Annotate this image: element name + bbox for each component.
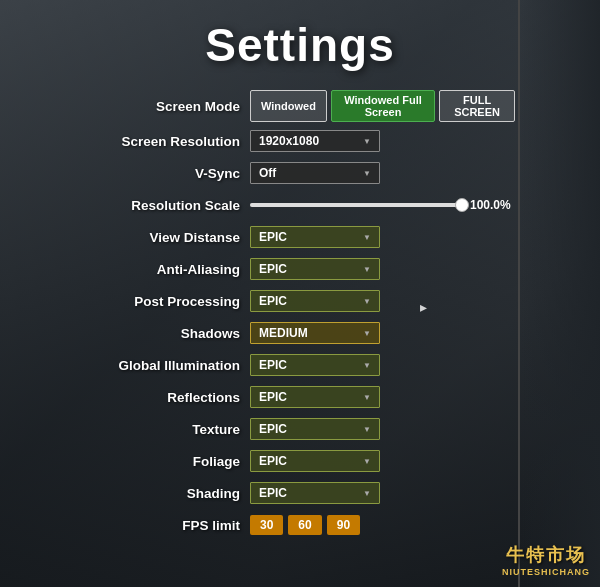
watermark-english: NIUTESHICHANG: [502, 567, 590, 577]
reflections-value: EPIC: [259, 390, 287, 404]
shading-value: EPIC: [259, 486, 287, 500]
resolution-arrow: ▼: [363, 137, 371, 146]
reflections-dropdown[interactable]: EPIC ▼: [250, 386, 380, 408]
shadows-label: Shadows: [85, 326, 240, 341]
view-distance-dropdown[interactable]: EPIC ▼: [250, 226, 380, 248]
view-distance-value: EPIC: [259, 230, 287, 244]
vsync-value: Off: [259, 166, 276, 180]
screen-resolution-row: Screen Resolution 1920x1080 ▼: [85, 128, 515, 154]
foliage-row: Foliage EPIC ▼: [85, 448, 515, 474]
screen-mode-label: Screen Mode: [85, 99, 240, 114]
resolution-dropdown[interactable]: 1920x1080 ▼: [250, 130, 380, 152]
anti-aliasing-dropdown[interactable]: EPIC ▼: [250, 258, 380, 280]
screen-resolution-label: Screen Resolution: [85, 134, 240, 149]
resolution-scale-row: Resolution Scale 100.0%: [85, 192, 515, 218]
resolution-scale-label: Resolution Scale: [85, 198, 240, 213]
windowed-fullscreen-button[interactable]: Windowed Full Screen: [331, 90, 435, 122]
screen-mode-control: Windowed Windowed Full Screen FULL SCREE…: [250, 90, 515, 122]
watermark: 牛特市场 NIUTESHICHANG: [502, 543, 590, 577]
shadows-dropdown[interactable]: MEDIUM ▼: [250, 322, 380, 344]
fps-limit-control: 30 60 90: [250, 515, 515, 535]
anti-aliasing-row: Anti-Aliasing EPIC ▼: [85, 256, 515, 282]
view-distance-row: View Distanse EPIC ▼: [85, 224, 515, 250]
global-illumination-label: Global Illumination: [85, 358, 240, 373]
shading-label: Shading: [85, 486, 240, 501]
vsync-arrow: ▼: [363, 169, 371, 178]
fullscreen-button[interactable]: FULL SCREEN: [439, 90, 515, 122]
slider-fill: [250, 203, 462, 207]
vsync-dropdown[interactable]: Off ▼: [250, 162, 380, 184]
watermark-chinese: 牛特市场: [502, 543, 590, 567]
fps-limit-row: FPS limit 30 60 90: [85, 512, 515, 538]
fps-limit-label: FPS limit: [85, 518, 240, 533]
vsync-label: V-Sync: [85, 166, 240, 181]
mode-buttons: Windowed Windowed Full Screen FULL SCREE…: [250, 90, 515, 122]
foliage-dropdown[interactable]: EPIC ▼: [250, 450, 380, 472]
reflections-row: Reflections EPIC ▼: [85, 384, 515, 410]
view-distance-label: View Distanse: [85, 230, 240, 245]
fps-60-button[interactable]: 60: [288, 515, 321, 535]
slider-track[interactable]: [250, 203, 462, 207]
anti-aliasing-label: Anti-Aliasing: [85, 262, 240, 277]
shadows-row: Shadows MEDIUM ▼: [85, 320, 515, 346]
slider-value: 100.0%: [470, 198, 515, 212]
resolution-scale-control: 100.0%: [250, 198, 515, 212]
windowed-button[interactable]: Windowed: [250, 90, 327, 122]
shading-row: Shading EPIC ▼: [85, 480, 515, 506]
texture-dropdown[interactable]: EPIC ▼: [250, 418, 380, 440]
settings-grid: Screen Mode Windowed Windowed Full Scree…: [85, 90, 515, 538]
post-processing-dropdown[interactable]: EPIC ▼: [250, 290, 380, 312]
foliage-value: EPIC: [259, 454, 287, 468]
anti-aliasing-value: EPIC: [259, 262, 287, 276]
global-illumination-dropdown[interactable]: EPIC ▼: [250, 354, 380, 376]
vsync-control: Off ▼: [250, 162, 515, 184]
reflections-label: Reflections: [85, 390, 240, 405]
foliage-label: Foliage: [85, 454, 240, 469]
shadows-value: MEDIUM: [259, 326, 308, 340]
shading-dropdown[interactable]: EPIC ▼: [250, 482, 380, 504]
vsync-row: V-Sync Off ▼: [85, 160, 515, 186]
fps-90-button[interactable]: 90: [327, 515, 360, 535]
texture-label: Texture: [85, 422, 240, 437]
screen-mode-row: Screen Mode Windowed Windowed Full Scree…: [85, 90, 515, 122]
post-processing-row: Post Processing EPIC ▼: [85, 288, 515, 314]
global-illumination-row: Global Illumination EPIC ▼: [85, 352, 515, 378]
page-title: Settings: [205, 18, 394, 72]
texture-row: Texture EPIC ▼: [85, 416, 515, 442]
post-processing-label: Post Processing: [85, 294, 240, 309]
screen-resolution-control: 1920x1080 ▼: [250, 130, 515, 152]
global-illumination-value: EPIC: [259, 358, 287, 372]
resolution-value: 1920x1080: [259, 134, 319, 148]
fps-buttons: 30 60 90: [250, 515, 360, 535]
fps-30-button[interactable]: 30: [250, 515, 283, 535]
resolution-scale-slider-container: 100.0%: [250, 198, 515, 212]
texture-value: EPIC: [259, 422, 287, 436]
slider-thumb[interactable]: [455, 198, 469, 212]
post-processing-value: EPIC: [259, 294, 287, 308]
